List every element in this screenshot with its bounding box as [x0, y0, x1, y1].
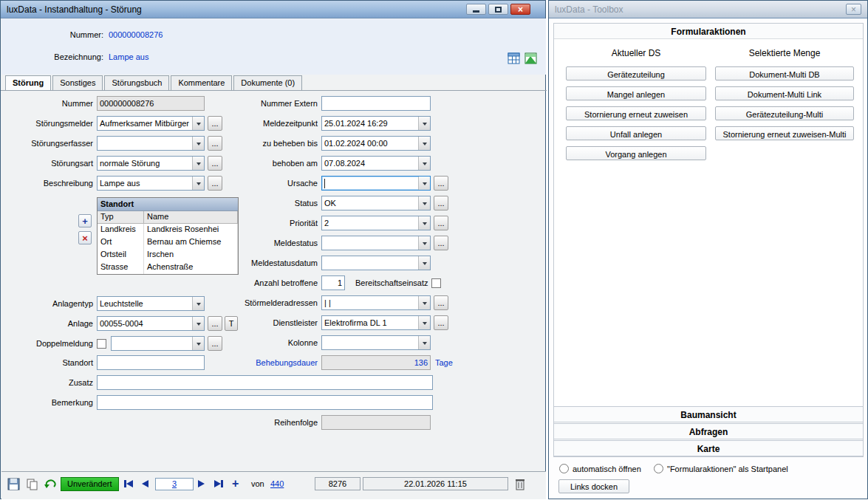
main-titlebar[interactable]: luxData - Instandhaltung - Störung × [1, 1, 545, 18]
chevron-down-icon[interactable] [192, 317, 204, 330]
table-view-icon[interactable] [508, 52, 520, 64]
doppelmeldung-lookup-button[interactable]: ... [208, 336, 222, 351]
tab-stoerung[interactable]: Störung [5, 75, 51, 90]
maximize-button[interactable] [488, 4, 508, 15]
close-button[interactable]: × [510, 4, 530, 15]
dokument-multi-db-button[interactable]: Dokument-Multi DB [715, 66, 854, 81]
anlagentyp-combo[interactable]: Leuchtstelle [97, 296, 205, 311]
chevron-down-icon[interactable] [418, 256, 430, 270]
tab-sonstiges[interactable]: Sonstiges [52, 75, 103, 90]
meldestatusdatum-datepicker[interactable] [321, 256, 431, 270]
vorgang-anlegen-button[interactable]: Vorgang anlegen [566, 146, 706, 160]
anzahl-betroffene-input[interactable]: 1 [321, 275, 345, 290]
beschreibung-lookup-button[interactable]: ... [208, 176, 222, 191]
delete-standort-button[interactable]: × [78, 231, 92, 244]
undo-icon[interactable] [44, 478, 57, 490]
geraetezuteilung-multi-button[interactable]: Gerätezuteilung-Multi [715, 106, 854, 120]
page-number-input[interactable]: 3 [155, 478, 194, 490]
dokument-multi-link-button[interactable]: Dokument-Multi Link [715, 86, 854, 100]
chevron-down-icon[interactable] [418, 236, 430, 250]
behoben-am-datepicker[interactable]: 07.08.2024 [321, 156, 431, 171]
save-icon[interactable] [7, 478, 20, 490]
toolbox-close-button[interactable]: × [846, 4, 861, 15]
table-row[interactable]: Ortsteil Irschen [98, 249, 238, 261]
previous-record-button[interactable] [142, 477, 148, 490]
section-abfragen[interactable]: Abfragen [553, 423, 864, 439]
chevron-down-icon[interactable] [192, 177, 204, 190]
prioritaet-lookup-button[interactable]: ... [434, 216, 448, 230]
chevron-down-icon[interactable] [192, 137, 204, 150]
geraetezuteilung-button[interactable]: Gerätezuteilung [566, 66, 706, 81]
stornierung-erneut-zuweisen-button[interactable]: Stornierung erneut zuweisen [566, 106, 706, 120]
status-lookup-button[interactable]: ... [434, 196, 448, 210]
chevron-down-icon[interactable] [192, 297, 204, 310]
chevron-down-icon[interactable] [418, 196, 430, 210]
tab-dokumente[interactable]: Dokumente (0) [233, 75, 302, 90]
dienstleister-lookup-button[interactable]: ... [434, 315, 448, 330]
nummer-extern-input[interactable] [321, 96, 431, 111]
beschreibung-combo[interactable]: Lampe aus [97, 176, 205, 191]
formularaktionen-header[interactable]: Formularaktionen [554, 24, 863, 39]
chevron-down-icon[interactable] [418, 157, 430, 170]
tab-stoerungsbuch[interactable]: Störungsbuch [104, 75, 169, 90]
table-row[interactable]: Landkreis Landkreis Rosenhei [98, 224, 238, 236]
zusatz-input[interactable] [97, 375, 433, 390]
prioritaet-combo[interactable]: 2 [321, 216, 431, 230]
chevron-down-icon[interactable] [418, 177, 430, 190]
chevron-down-icon[interactable] [192, 117, 204, 130]
chevron-down-icon[interactable] [418, 216, 430, 230]
last-record-button[interactable] [214, 477, 223, 490]
bereitschaftseinsatz-checkbox[interactable] [431, 278, 441, 288]
stoerungserfasser-combo[interactable] [97, 136, 205, 151]
stornierung-erneut-zuweisen-multi-button[interactable]: Stornierung erneut zuweisen-Multi [715, 126, 854, 140]
dienstleister-combo[interactable]: Elektrofirma DL 1 [321, 315, 431, 330]
stoerungsart-lookup-button[interactable]: ... [208, 156, 222, 171]
first-record-button[interactable] [124, 477, 133, 490]
kolonne-combo[interactable] [321, 335, 431, 350]
meldezeitpunkt-datepicker[interactable]: 25.01.2024 16:29 [321, 116, 431, 131]
unfall-anlegen-button[interactable]: Unfall anlegen [566, 126, 706, 140]
anlage-combo[interactable]: 00055-0004 [97, 316, 205, 331]
chevron-down-icon[interactable] [418, 117, 430, 130]
section-karte[interactable]: Karte [553, 440, 864, 456]
zu-beheben-bis-datepicker[interactable]: 01.02.2024 00:00 [321, 136, 431, 151]
ursache-lookup-button[interactable]: ... [434, 176, 448, 191]
trash-icon[interactable] [515, 478, 525, 490]
chevron-down-icon[interactable] [418, 336, 430, 349]
chevron-down-icon[interactable] [418, 296, 430, 309]
doppelmeldung-combo[interactable] [111, 336, 205, 351]
stoerungsmelder-combo[interactable]: Aufmerksamer Mitbürger [97, 116, 205, 131]
meldestatus-combo[interactable] [321, 236, 431, 250]
standort-col-typ[interactable]: Typ [98, 211, 144, 224]
copy-icon[interactable] [26, 478, 38, 490]
table-row[interactable]: Ort Bernau am Chiemse [98, 236, 238, 249]
status-combo[interactable]: OK [321, 196, 431, 210]
stoermelderadressen-lookup-button[interactable]: ... [434, 295, 448, 310]
links-docken-button[interactable]: Links docken [558, 479, 629, 493]
add-standort-button[interactable]: + [78, 214, 92, 227]
minimize-button[interactable] [466, 4, 486, 15]
stoermelderadressen-combo[interactable]: | | [321, 295, 431, 310]
total-records-link[interactable]: 440 [270, 477, 284, 490]
new-record-button[interactable]: + [232, 477, 239, 490]
tab-kommentare[interactable]: Kommentare [171, 75, 232, 90]
chevron-down-icon[interactable] [192, 157, 204, 170]
section-baumansicht[interactable]: Baumansicht [553, 406, 864, 422]
formularaktionen-startpanel-checkbox[interactable] [654, 464, 663, 473]
next-record-button[interactable] [198, 477, 205, 490]
standort-input[interactable] [97, 355, 205, 370]
ursache-combo[interactable] [321, 176, 431, 191]
meldestatus-lookup-button[interactable]: ... [434, 236, 448, 250]
bemerkung-input[interactable] [97, 395, 433, 410]
chevron-down-icon[interactable] [418, 137, 430, 150]
stoerungsart-combo[interactable]: normale Störung [97, 156, 205, 171]
doppelmeldung-checkbox[interactable] [97, 339, 106, 349]
record-state-badge[interactable]: Unverändert [61, 477, 119, 491]
standort-table[interactable]: Standort Typ Name Landkreis Landkreis Ro… [97, 197, 239, 275]
chevron-down-icon[interactable] [192, 337, 204, 350]
automatisch-oeffnen-checkbox[interactable] [559, 464, 569, 473]
toolbox-titlebar[interactable]: luxData - Toolbox × [549, 1, 867, 18]
map-view-icon[interactable] [524, 52, 537, 64]
standort-col-name[interactable]: Name [144, 211, 238, 224]
anlage-lookup-button[interactable]: ... [208, 316, 222, 331]
